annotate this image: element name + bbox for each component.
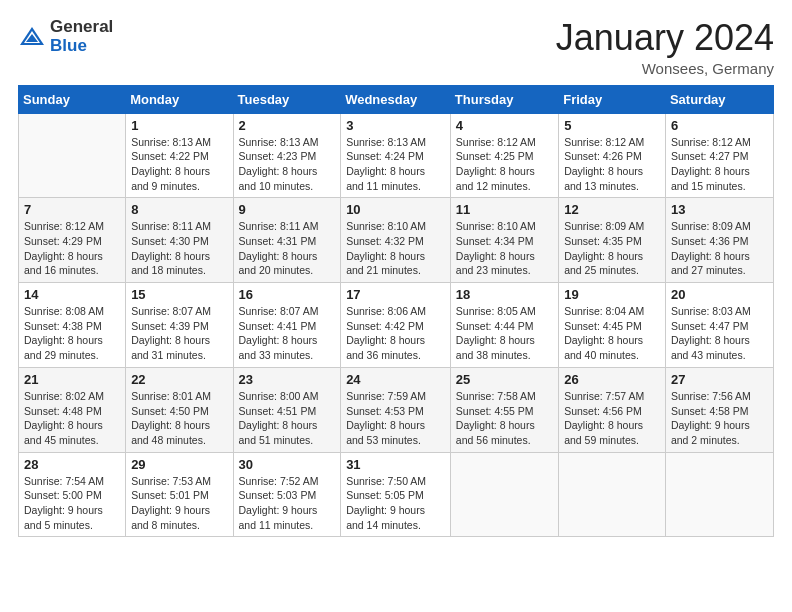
day-number: 7 [24,202,120,217]
calendar-week-row: 1Sunrise: 8:13 AM Sunset: 4:22 PM Daylig… [19,113,774,198]
location-label: Wonsees, Germany [556,60,774,77]
calendar-cell [450,452,558,537]
day-info: Sunrise: 8:10 AM Sunset: 4:34 PM Dayligh… [456,219,553,278]
day-number: 15 [131,287,227,302]
weekday-header-tuesday: Tuesday [233,85,341,113]
day-number: 6 [671,118,768,133]
day-number: 29 [131,457,227,472]
day-number: 1 [131,118,227,133]
day-number: 16 [239,287,336,302]
calendar-cell: 30Sunrise: 7:52 AM Sunset: 5:03 PM Dayli… [233,452,341,537]
calendar-cell: 11Sunrise: 8:10 AM Sunset: 4:34 PM Dayli… [450,198,558,283]
calendar-cell: 22Sunrise: 8:01 AM Sunset: 4:50 PM Dayli… [126,367,233,452]
day-info: Sunrise: 8:07 AM Sunset: 4:39 PM Dayligh… [131,304,227,363]
day-number: 12 [564,202,660,217]
day-info: Sunrise: 7:50 AM Sunset: 5:05 PM Dayligh… [346,474,445,533]
day-info: Sunrise: 8:13 AM Sunset: 4:22 PM Dayligh… [131,135,227,194]
weekday-header-sunday: Sunday [19,85,126,113]
day-number: 18 [456,287,553,302]
weekday-header-saturday: Saturday [665,85,773,113]
calendar-cell: 16Sunrise: 8:07 AM Sunset: 4:41 PM Dayli… [233,283,341,368]
calendar-cell: 14Sunrise: 8:08 AM Sunset: 4:38 PM Dayli… [19,283,126,368]
logo-blue-text: Blue [50,37,113,56]
day-info: Sunrise: 8:11 AM Sunset: 4:30 PM Dayligh… [131,219,227,278]
day-number: 17 [346,287,445,302]
calendar-cell: 6Sunrise: 8:12 AM Sunset: 4:27 PM Daylig… [665,113,773,198]
day-number: 9 [239,202,336,217]
title-block: January 2024 Wonsees, Germany [556,18,774,77]
calendar-cell: 1Sunrise: 8:13 AM Sunset: 4:22 PM Daylig… [126,113,233,198]
day-number: 20 [671,287,768,302]
day-number: 26 [564,372,660,387]
day-number: 3 [346,118,445,133]
day-info: Sunrise: 7:56 AM Sunset: 4:58 PM Dayligh… [671,389,768,448]
calendar-cell: 20Sunrise: 8:03 AM Sunset: 4:47 PM Dayli… [665,283,773,368]
day-number: 21 [24,372,120,387]
day-info: Sunrise: 8:09 AM Sunset: 4:36 PM Dayligh… [671,219,768,278]
day-info: Sunrise: 8:13 AM Sunset: 4:24 PM Dayligh… [346,135,445,194]
day-info: Sunrise: 7:54 AM Sunset: 5:00 PM Dayligh… [24,474,120,533]
calendar-cell: 12Sunrise: 8:09 AM Sunset: 4:35 PM Dayli… [559,198,666,283]
calendar-week-row: 21Sunrise: 8:02 AM Sunset: 4:48 PM Dayli… [19,367,774,452]
weekday-header-row: SundayMondayTuesdayWednesdayThursdayFrid… [19,85,774,113]
calendar-cell [559,452,666,537]
day-info: Sunrise: 8:03 AM Sunset: 4:47 PM Dayligh… [671,304,768,363]
day-info: Sunrise: 8:01 AM Sunset: 4:50 PM Dayligh… [131,389,227,448]
day-number: 30 [239,457,336,472]
calendar-cell: 15Sunrise: 8:07 AM Sunset: 4:39 PM Dayli… [126,283,233,368]
calendar-cell: 27Sunrise: 7:56 AM Sunset: 4:58 PM Dayli… [665,367,773,452]
calendar-cell: 25Sunrise: 7:58 AM Sunset: 4:55 PM Dayli… [450,367,558,452]
day-info: Sunrise: 7:59 AM Sunset: 4:53 PM Dayligh… [346,389,445,448]
page-header: General Blue January 2024 Wonsees, Germa… [18,18,774,77]
calendar-cell: 10Sunrise: 8:10 AM Sunset: 4:32 PM Dayli… [341,198,451,283]
logo-general-text: General [50,18,113,37]
day-info: Sunrise: 8:07 AM Sunset: 4:41 PM Dayligh… [239,304,336,363]
calendar-cell: 5Sunrise: 8:12 AM Sunset: 4:26 PM Daylig… [559,113,666,198]
day-number: 28 [24,457,120,472]
weekday-header-thursday: Thursday [450,85,558,113]
logo-text: General Blue [50,18,113,55]
day-info: Sunrise: 8:00 AM Sunset: 4:51 PM Dayligh… [239,389,336,448]
day-info: Sunrise: 8:02 AM Sunset: 4:48 PM Dayligh… [24,389,120,448]
weekday-header-friday: Friday [559,85,666,113]
day-info: Sunrise: 7:52 AM Sunset: 5:03 PM Dayligh… [239,474,336,533]
calendar-week-row: 7Sunrise: 8:12 AM Sunset: 4:29 PM Daylig… [19,198,774,283]
day-number: 4 [456,118,553,133]
day-number: 19 [564,287,660,302]
day-number: 8 [131,202,227,217]
day-info: Sunrise: 8:09 AM Sunset: 4:35 PM Dayligh… [564,219,660,278]
day-info: Sunrise: 7:57 AM Sunset: 4:56 PM Dayligh… [564,389,660,448]
calendar-cell: 26Sunrise: 7:57 AM Sunset: 4:56 PM Dayli… [559,367,666,452]
calendar-cell: 7Sunrise: 8:12 AM Sunset: 4:29 PM Daylig… [19,198,126,283]
calendar-cell: 24Sunrise: 7:59 AM Sunset: 4:53 PM Dayli… [341,367,451,452]
calendar-cell [19,113,126,198]
weekday-header-monday: Monday [126,85,233,113]
calendar-cell: 4Sunrise: 8:12 AM Sunset: 4:25 PM Daylig… [450,113,558,198]
day-info: Sunrise: 8:08 AM Sunset: 4:38 PM Dayligh… [24,304,120,363]
day-info: Sunrise: 8:13 AM Sunset: 4:23 PM Dayligh… [239,135,336,194]
day-info: Sunrise: 8:11 AM Sunset: 4:31 PM Dayligh… [239,219,336,278]
day-info: Sunrise: 7:53 AM Sunset: 5:01 PM Dayligh… [131,474,227,533]
calendar-cell: 8Sunrise: 8:11 AM Sunset: 4:30 PM Daylig… [126,198,233,283]
calendar-cell: 28Sunrise: 7:54 AM Sunset: 5:00 PM Dayli… [19,452,126,537]
logo-icon [18,23,46,51]
day-info: Sunrise: 8:05 AM Sunset: 4:44 PM Dayligh… [456,304,553,363]
day-info: Sunrise: 8:12 AM Sunset: 4:25 PM Dayligh… [456,135,553,194]
day-number: 24 [346,372,445,387]
day-number: 27 [671,372,768,387]
day-number: 25 [456,372,553,387]
calendar-cell: 13Sunrise: 8:09 AM Sunset: 4:36 PM Dayli… [665,198,773,283]
calendar-cell: 3Sunrise: 8:13 AM Sunset: 4:24 PM Daylig… [341,113,451,198]
day-info: Sunrise: 8:10 AM Sunset: 4:32 PM Dayligh… [346,219,445,278]
calendar-cell: 23Sunrise: 8:00 AM Sunset: 4:51 PM Dayli… [233,367,341,452]
calendar-page: General Blue January 2024 Wonsees, Germa… [0,0,792,612]
day-info: Sunrise: 7:58 AM Sunset: 4:55 PM Dayligh… [456,389,553,448]
logo: General Blue [18,18,113,55]
calendar-cell: 17Sunrise: 8:06 AM Sunset: 4:42 PM Dayli… [341,283,451,368]
calendar-week-row: 28Sunrise: 7:54 AM Sunset: 5:00 PM Dayli… [19,452,774,537]
day-number: 31 [346,457,445,472]
day-info: Sunrise: 8:12 AM Sunset: 4:27 PM Dayligh… [671,135,768,194]
calendar-cell: 21Sunrise: 8:02 AM Sunset: 4:48 PM Dayli… [19,367,126,452]
calendar-cell: 31Sunrise: 7:50 AM Sunset: 5:05 PM Dayli… [341,452,451,537]
day-info: Sunrise: 8:12 AM Sunset: 4:26 PM Dayligh… [564,135,660,194]
